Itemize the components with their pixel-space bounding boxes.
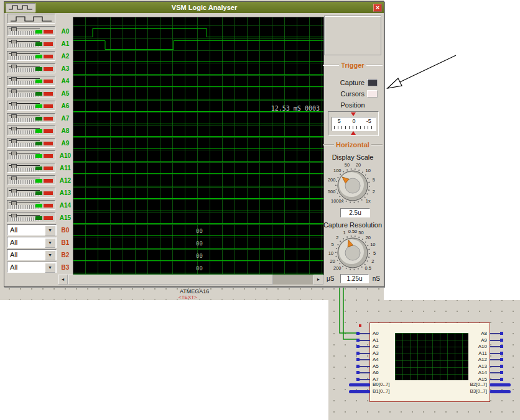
pin-a7[interactable] bbox=[360, 379, 370, 380]
pin-end-a8[interactable] bbox=[500, 332, 503, 335]
channel-trigger-slider-a3[interactable] bbox=[7, 63, 55, 73]
capture-resolution-knob[interactable]: 20020105210.50502010520.5 bbox=[324, 229, 381, 276]
pin-end-a1[interactable] bbox=[356, 339, 360, 342]
pin-a6[interactable] bbox=[360, 372, 370, 373]
display-scale-knob[interactable]: 1000x500200100502010521x bbox=[324, 162, 381, 209]
bus-label-b1: B1[0..7] bbox=[373, 388, 390, 394]
logic-analyser-symbol[interactable]: A0A1A2A3A4A5A6A7A8A9A10A11A12A13A14A15B0… bbox=[369, 322, 490, 402]
pin-a14[interactable] bbox=[490, 372, 500, 373]
pin-label-a12: A12 bbox=[475, 357, 487, 362]
pin-end-a5[interactable] bbox=[356, 365, 360, 368]
position-marker-top[interactable] bbox=[351, 112, 356, 116]
channel-trigger-slider-a6[interactable] bbox=[7, 101, 55, 111]
dial-label: 10 bbox=[370, 242, 375, 247]
channel-trigger-slider-a2[interactable] bbox=[7, 51, 55, 61]
pin-a9[interactable] bbox=[490, 340, 500, 341]
channel-trigger-slider-a8[interactable] bbox=[7, 126, 55, 135]
pin-a1[interactable] bbox=[360, 340, 370, 341]
channel-label-a0: A0 bbox=[58, 25, 73, 38]
pin-end-a10[interactable] bbox=[500, 345, 503, 348]
channel-trigger-slider-a11[interactable] bbox=[7, 163, 55, 173]
pin-a15[interactable] bbox=[490, 379, 500, 380]
titlebar[interactable]: VSM Logic Analyser ✕ bbox=[4, 2, 384, 13]
channel-trigger-slider-a14[interactable] bbox=[7, 200, 55, 210]
channel-trigger-slider-a1[interactable] bbox=[7, 39, 55, 48]
bus-filter-panel: All▼All▼All▼All▼ bbox=[7, 224, 57, 274]
green-indicator bbox=[35, 30, 42, 34]
scrollbar-thumb[interactable] bbox=[68, 275, 273, 285]
pin-end-a4[interactable] bbox=[356, 358, 360, 361]
channel-trigger-slider-a7[interactable] bbox=[7, 113, 55, 123]
channel-trigger-slider-a12[interactable] bbox=[7, 175, 55, 185]
pin-a4[interactable] bbox=[360, 359, 370, 360]
filter-combo-b0[interactable]: All▼ bbox=[7, 224, 57, 235]
pin-end-a12[interactable] bbox=[500, 358, 503, 361]
channel-label-a7: A7 bbox=[58, 112, 73, 125]
pin-end-a14[interactable] bbox=[500, 371, 503, 374]
bus-b2[interactable] bbox=[490, 383, 511, 386]
chevron-down-icon[interactable]: ▼ bbox=[45, 226, 55, 235]
green-indicator bbox=[35, 179, 42, 183]
channel-trigger-slider-a0[interactable] bbox=[7, 26, 55, 36]
pin-end-a15[interactable] bbox=[500, 378, 503, 381]
pin-label-a10: A10 bbox=[475, 344, 487, 349]
dial-label: 1 bbox=[343, 230, 346, 235]
bus-b3[interactable] bbox=[490, 390, 511, 393]
pin-a12[interactable] bbox=[490, 359, 500, 360]
position-slider[interactable]: 50-5 bbox=[328, 111, 379, 136]
pin-a11[interactable] bbox=[490, 353, 500, 354]
pin-a8[interactable] bbox=[490, 333, 500, 334]
dial-label: 20 bbox=[356, 162, 361, 168]
channel-label-column: A0A1A2A3A4A5A6A7A8A9A10A11A12A13A14A15B0… bbox=[58, 25, 73, 274]
pin-end-a0[interactable] bbox=[356, 332, 360, 335]
pin-a10[interactable] bbox=[490, 346, 500, 347]
channel-trigger-slider-a13[interactable] bbox=[7, 188, 55, 198]
pin-end-a2[interactable] bbox=[356, 345, 360, 348]
bus-b0[interactable] bbox=[349, 383, 370, 386]
chevron-down-icon[interactable]: ▼ bbox=[45, 263, 55, 273]
scroll-left-button[interactable]: ◄ bbox=[58, 275, 68, 285]
red-indicator bbox=[44, 154, 53, 158]
pin-a0[interactable] bbox=[360, 333, 370, 334]
green-indicator bbox=[35, 204, 42, 208]
scroll-right-button[interactable]: ► bbox=[313, 275, 323, 285]
pin-end-a13[interactable] bbox=[500, 365, 503, 368]
pin-a5[interactable] bbox=[360, 366, 370, 367]
channel-label-a2: A2 bbox=[58, 50, 73, 63]
wire-a0[interactable] bbox=[340, 285, 360, 333]
channel-trigger-slider-a15[interactable] bbox=[7, 212, 55, 222]
red-indicator bbox=[44, 67, 53, 71]
filter-combo-b3[interactable]: All▼ bbox=[7, 262, 57, 273]
channel-trigger-slider-a10[interactable] bbox=[7, 150, 55, 160]
logic-analyser-screen bbox=[395, 333, 468, 380]
channel-trigger-slider-a9[interactable] bbox=[7, 138, 55, 148]
filter-combo-b1[interactable]: All▼ bbox=[7, 237, 57, 248]
pin-end-a6[interactable] bbox=[356, 371, 360, 374]
pin-end-a3[interactable] bbox=[356, 352, 360, 355]
position-marker-bottom[interactable] bbox=[351, 131, 356, 135]
chevron-down-icon[interactable]: ▼ bbox=[45, 238, 55, 248]
dial-label: 10 bbox=[366, 168, 371, 173]
display-scrollbar[interactable]: ◄ ► bbox=[58, 275, 323, 285]
pin-a2[interactable] bbox=[360, 346, 370, 347]
cursors-button[interactable] bbox=[367, 90, 378, 98]
wire-a1[interactable] bbox=[343, 285, 360, 339]
channel-trigger-slider-a5[interactable] bbox=[7, 88, 55, 98]
channel-trigger-slider-a4[interactable] bbox=[7, 76, 55, 86]
pin-end-a11[interactable] bbox=[500, 352, 503, 355]
filter-combo-b2[interactable]: All▼ bbox=[7, 249, 57, 260]
bus-b1[interactable] bbox=[349, 390, 370, 393]
capture-button[interactable] bbox=[367, 79, 378, 86]
trigger-pattern-widget[interactable] bbox=[7, 14, 55, 24]
window-body: All▼All▼All▼All▼ A0A1A2A3A4A5A6A7A8A9A10… bbox=[4, 13, 384, 286]
waveform-display[interactable]: 0000000012.53 mS 0003 bbox=[73, 17, 324, 275]
pin-a3[interactable] bbox=[360, 353, 370, 354]
dial-label: 1x bbox=[366, 198, 371, 204]
pin-a13[interactable] bbox=[490, 366, 500, 367]
red-indicator bbox=[44, 92, 53, 96]
pin-end-a9[interactable] bbox=[500, 339, 503, 342]
pin-end-a7[interactable] bbox=[356, 378, 360, 381]
close-button[interactable]: ✕ bbox=[373, 4, 382, 12]
chevron-down-icon[interactable]: ▼ bbox=[45, 250, 55, 260]
scrollbar-track[interactable] bbox=[68, 275, 313, 285]
